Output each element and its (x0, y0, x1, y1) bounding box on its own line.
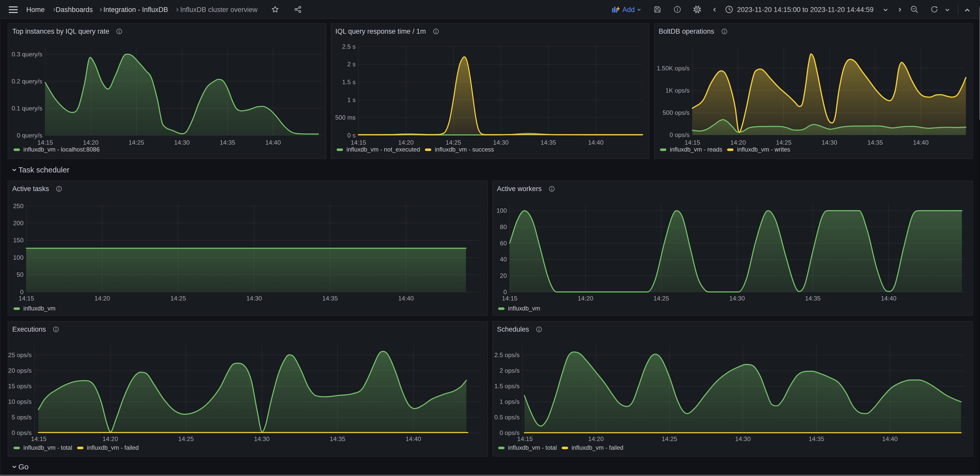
svg-text:1 s: 1 s (347, 97, 356, 103)
svg-text:2.5 s: 2.5 s (342, 43, 356, 50)
svg-text:14:25: 14:25 (178, 435, 194, 442)
svg-text:14:25: 14:25 (129, 139, 144, 146)
svg-text:14:40: 14:40 (588, 139, 604, 146)
svg-text:1K ops/s: 1K ops/s (665, 87, 690, 94)
svg-text:0.5 ops/s: 0.5 ops/s (494, 414, 520, 420)
svg-text:14:15: 14:15 (31, 435, 46, 442)
svg-text:2.5 ops/s: 2.5 ops/s (494, 352, 520, 359)
svg-text:15 ops/s: 15 ops/s (8, 382, 32, 390)
svg-text:5 ops/s: 5 ops/s (11, 414, 32, 420)
svg-text:20: 20 (500, 272, 507, 279)
svg-text:14:20: 14:20 (103, 435, 118, 442)
svg-text:2 ops/s: 2 ops/s (500, 367, 520, 374)
svg-text:100: 100 (13, 254, 24, 261)
svg-text:0 ops/s: 0 ops/s (11, 429, 32, 436)
svg-text:2 s: 2 s (347, 61, 356, 68)
svg-text:14:35: 14:35 (805, 295, 821, 302)
svg-text:14:40: 14:40 (398, 295, 414, 302)
svg-text:14:15: 14:15 (19, 295, 34, 302)
svg-text:14:40: 14:40 (406, 435, 421, 442)
svg-text:0.1 query/s: 0.1 query/s (11, 105, 42, 112)
svg-text:14:25: 14:25 (653, 295, 669, 302)
svg-text:14:25: 14:25 (445, 139, 461, 146)
svg-text:500 ops/s: 500 ops/s (662, 109, 690, 116)
svg-text:14:35: 14:35 (541, 139, 556, 146)
svg-text:14:20: 14:20 (94, 295, 110, 302)
svg-text:14:35: 14:35 (322, 295, 338, 302)
svg-text:14:40: 14:40 (882, 435, 897, 442)
svg-text:14:20: 14:20 (398, 139, 414, 146)
svg-text:250: 250 (13, 203, 24, 209)
svg-text:14:20: 14:20 (730, 139, 746, 146)
svg-text:60: 60 (500, 240, 507, 247)
svg-text:14:30: 14:30 (735, 435, 751, 442)
svg-text:0 s: 0 s (347, 132, 356, 139)
svg-text:14:35: 14:35 (220, 139, 235, 146)
svg-text:100: 100 (496, 207, 507, 214)
svg-text:14:30: 14:30 (821, 139, 837, 146)
svg-text:14:30: 14:30 (729, 295, 745, 302)
svg-text:14:25: 14:25 (662, 435, 677, 442)
svg-text:14:30: 14:30 (254, 435, 269, 442)
svg-text:0 query/s: 0 query/s (17, 132, 42, 139)
svg-text:14:15: 14:15 (685, 139, 700, 146)
svg-text:14:25: 14:25 (170, 295, 186, 302)
svg-text:0.3 query/s: 0.3 query/s (11, 51, 42, 58)
svg-text:0 ops/s: 0 ops/s (670, 132, 690, 138)
svg-text:200: 200 (13, 220, 24, 227)
svg-text:14:30: 14:30 (174, 139, 189, 146)
svg-text:14:30: 14:30 (246, 295, 262, 302)
svg-text:1.5 ops/s: 1.5 ops/s (494, 382, 520, 390)
svg-text:1.50K ops/s: 1.50K ops/s (657, 65, 690, 72)
svg-text:14:30: 14:30 (493, 139, 509, 146)
svg-text:14:40: 14:40 (265, 139, 281, 146)
svg-text:14:40: 14:40 (913, 139, 928, 146)
svg-text:14:15: 14:15 (38, 139, 53, 146)
svg-text:14:15: 14:15 (517, 435, 533, 442)
svg-text:14:35: 14:35 (867, 139, 883, 146)
svg-text:1 ops/s: 1 ops/s (500, 398, 520, 405)
svg-text:14:35: 14:35 (808, 435, 824, 442)
svg-text:20 ops/s: 20 ops/s (8, 367, 32, 374)
svg-text:10 ops/s: 10 ops/s (8, 398, 32, 405)
svg-text:14:40: 14:40 (881, 295, 896, 302)
svg-text:0 ops/s: 0 ops/s (500, 429, 520, 436)
svg-text:0: 0 (20, 289, 24, 295)
svg-text:14:20: 14:20 (578, 295, 593, 302)
svg-text:0: 0 (503, 289, 507, 295)
svg-text:500 ms: 500 ms (335, 114, 355, 121)
svg-text:14:35: 14:35 (330, 435, 345, 442)
svg-text:0.2 query/s: 0.2 query/s (11, 78, 42, 85)
svg-text:40: 40 (500, 256, 507, 263)
svg-text:50: 50 (17, 271, 24, 278)
svg-text:14:20: 14:20 (588, 435, 604, 442)
svg-text:14:15: 14:15 (502, 295, 517, 302)
svg-text:150: 150 (13, 237, 24, 244)
svg-text:1.5 s: 1.5 s (342, 79, 356, 86)
svg-text:14:20: 14:20 (83, 139, 99, 146)
svg-text:14:15: 14:15 (351, 139, 366, 146)
svg-text:14:25: 14:25 (776, 139, 792, 146)
svg-text:25 ops/s: 25 ops/s (8, 352, 32, 359)
svg-text:80: 80 (500, 224, 507, 230)
